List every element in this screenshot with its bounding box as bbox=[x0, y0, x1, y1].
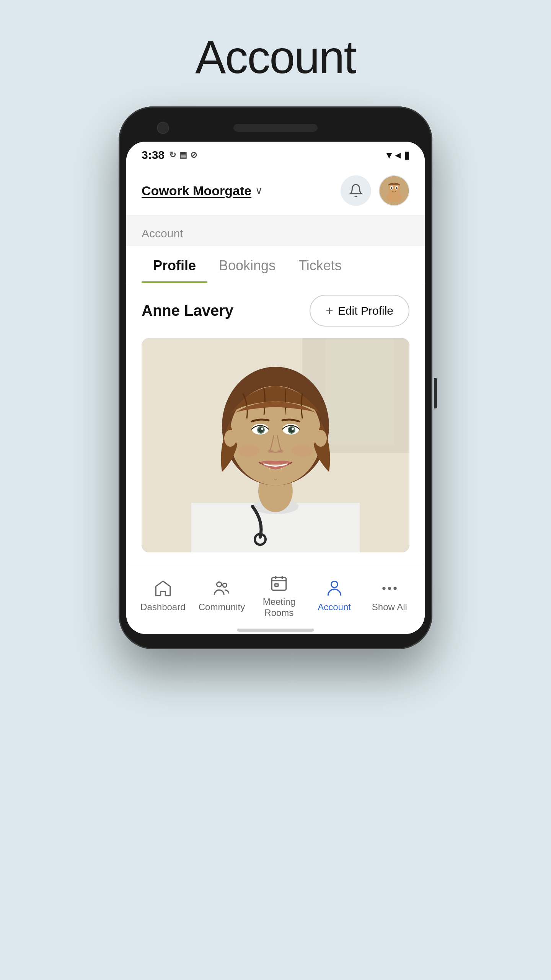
nav-label-dashboard: Dashboard bbox=[140, 602, 185, 613]
profile-content: Anne Lavery + Edit Profile bbox=[126, 283, 425, 564]
nav-item-show-all[interactable]: Show All bbox=[368, 579, 411, 613]
svg-point-2 bbox=[386, 192, 402, 203]
svg-point-5 bbox=[391, 187, 393, 189]
workspace-selector[interactable]: Cowork Moorgate ∨ bbox=[142, 183, 262, 198]
tab-profile[interactable]: Profile bbox=[142, 246, 207, 283]
account-section-label: Account bbox=[126, 216, 425, 246]
svg-point-24 bbox=[292, 428, 294, 430]
earpiece-speaker bbox=[233, 124, 318, 132]
chevron-down-icon: ∨ bbox=[255, 185, 262, 197]
svg-point-6 bbox=[396, 187, 398, 189]
tabs-container: Profile Bookings Tickets bbox=[126, 246, 425, 283]
svg-point-35 bbox=[331, 581, 337, 588]
svg-point-26 bbox=[277, 449, 284, 453]
svg-point-38 bbox=[393, 587, 396, 590]
nav-label-meeting-rooms: Meeting Rooms bbox=[263, 596, 295, 619]
bell-icon bbox=[349, 183, 363, 198]
bottom-nav: Dashboard Community Meeting bbox=[126, 564, 425, 626]
status-icons: ↻ ▤ ⊘ bbox=[169, 150, 197, 160]
phone-shell: 3:38 ↻ ▤ ⊘ ▾ ◂ ▮ Cowork Moorgate ∨ bbox=[119, 106, 432, 649]
wifi-icon: ▾ bbox=[386, 149, 391, 161]
workspace-name: Cowork Moorgate bbox=[142, 183, 251, 198]
nav-item-community[interactable]: Community bbox=[199, 579, 245, 613]
avatar-face bbox=[380, 176, 409, 205]
home-indicator-area bbox=[126, 626, 425, 634]
nav-item-dashboard[interactable]: Dashboard bbox=[140, 579, 185, 613]
front-camera bbox=[157, 122, 169, 134]
signal-icon: ◂ bbox=[395, 149, 400, 161]
svg-rect-33 bbox=[272, 577, 287, 590]
page-title: Account bbox=[195, 31, 356, 83]
svg-point-27 bbox=[238, 445, 259, 457]
phone-screen: 3:38 ↻ ▤ ⊘ ▾ ◂ ▮ Cowork Moorgate ∨ bbox=[126, 142, 425, 634]
sync-icon: ↻ bbox=[169, 150, 176, 160]
svg-point-36 bbox=[382, 587, 385, 590]
profile-header-row: Anne Lavery + Edit Profile bbox=[142, 295, 409, 327]
user-avatar[interactable] bbox=[379, 175, 409, 206]
svg-rect-34 bbox=[275, 584, 278, 586]
profile-name: Anne Lavery bbox=[142, 302, 233, 319]
community-icon bbox=[212, 579, 231, 598]
battery-icon: ▮ bbox=[404, 149, 409, 161]
status-time: 3:38 bbox=[142, 149, 165, 162]
person-icon bbox=[325, 579, 344, 598]
svg-point-30 bbox=[315, 430, 327, 447]
side-button bbox=[434, 378, 437, 408]
phone-top-area bbox=[126, 122, 425, 134]
svg-point-28 bbox=[292, 445, 313, 457]
nav-label-show-all: Show All bbox=[372, 602, 407, 613]
tab-tickets[interactable]: Tickets bbox=[287, 246, 353, 283]
home-icon bbox=[153, 579, 173, 598]
status-bar: 3:38 ↻ ▤ ⊘ ▾ ◂ ▮ bbox=[126, 142, 425, 166]
nav-label-account: Account bbox=[318, 602, 351, 613]
tab-bookings[interactable]: Bookings bbox=[207, 246, 287, 283]
home-bar bbox=[237, 629, 314, 632]
svg-point-32 bbox=[223, 583, 227, 587]
status-right: ▾ ◂ ▮ bbox=[386, 149, 409, 161]
svg-point-37 bbox=[388, 587, 391, 590]
sensor bbox=[382, 122, 394, 134]
svg-point-31 bbox=[217, 582, 222, 587]
profile-photo bbox=[142, 338, 409, 552]
app-header: Cowork Moorgate ∨ bbox=[126, 166, 425, 216]
edit-profile-label: Edit Profile bbox=[338, 304, 393, 317]
ellipsis-icon bbox=[380, 579, 399, 598]
status-left: 3:38 ↻ ▤ ⊘ bbox=[142, 149, 197, 162]
svg-point-25 bbox=[267, 449, 274, 453]
mic-off-icon: ⊘ bbox=[190, 150, 197, 160]
plus-icon: + bbox=[326, 303, 333, 318]
nav-label-community: Community bbox=[199, 602, 245, 613]
svg-rect-9 bbox=[325, 338, 394, 445]
calendar-icon bbox=[269, 573, 289, 593]
profile-photo-svg bbox=[142, 338, 409, 552]
nav-item-account[interactable]: Account bbox=[313, 579, 355, 613]
svg-point-23 bbox=[261, 428, 263, 430]
nav-item-meeting-rooms[interactable]: Meeting Rooms bbox=[258, 573, 300, 619]
edit-profile-button[interactable]: + Edit Profile bbox=[310, 295, 409, 327]
avatar-image bbox=[380, 176, 409, 205]
svg-point-29 bbox=[224, 430, 236, 447]
notification-button[interactable] bbox=[341, 175, 371, 206]
sim-icon: ▤ bbox=[179, 150, 187, 160]
header-actions bbox=[341, 175, 409, 206]
